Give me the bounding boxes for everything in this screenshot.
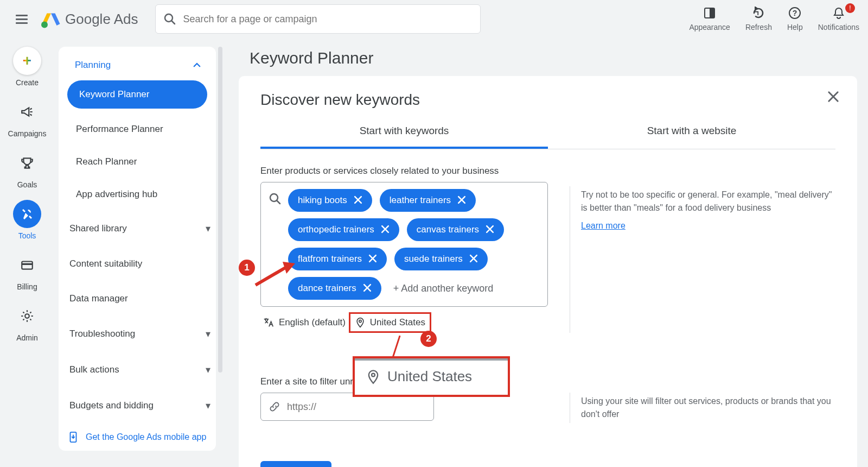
keyword-chip-label: hiking boots <box>298 195 347 206</box>
keyword-chip[interactable]: hiking boots <box>288 189 372 212</box>
keyword-chip[interactable]: dance trainers <box>288 277 381 300</box>
hamburger-menu-button[interactable] <box>9 6 35 32</box>
chevron-down-icon: ▾ <box>206 364 210 376</box>
annotation-popout: United States <box>353 356 510 397</box>
svg-rect-9 <box>22 263 33 265</box>
product-name: Google Ads <box>65 11 138 28</box>
search-icon <box>269 192 282 205</box>
keyword-chip[interactable]: orthopedic trainers <box>288 218 399 241</box>
get-results-button[interactable]: Get results <box>260 461 331 467</box>
side-row-troubleshooting[interactable]: Troubleshooting ▾ <box>59 316 216 352</box>
keyword-chip-label: orthopedic trainers <box>298 224 374 235</box>
notification-alert-badge: ! <box>845 3 855 13</box>
chip-remove-icon[interactable] <box>353 194 365 206</box>
global-search[interactable] <box>155 4 481 34</box>
help-button[interactable]: ? Help <box>787 7 803 31</box>
svg-line-31 <box>256 266 288 285</box>
side-item-performance-planner[interactable]: Performance Planner <box>64 113 210 146</box>
svg-text:?: ? <box>793 9 797 17</box>
chip-remove-icon[interactable] <box>484 224 496 236</box>
svg-point-33 <box>372 373 375 376</box>
chevron-down-icon: ▾ <box>206 223 210 235</box>
chip-remove-icon[interactable] <box>468 253 480 265</box>
refresh-icon <box>752 7 765 20</box>
annotation-badge-2: 2 <box>420 331 437 347</box>
chevron-down-icon: ▾ <box>206 328 210 340</box>
google-ads-logo-icon <box>41 9 61 29</box>
tip-block: Try not to be too specific or general. F… <box>570 186 835 333</box>
location-pin-icon <box>366 369 381 384</box>
keyword-chip[interactable]: canvas trainers <box>407 218 504 241</box>
side-row-shared-library[interactable]: Shared library ▾ <box>59 211 216 247</box>
site-input[interactable] <box>287 401 426 413</box>
side-scrollbar[interactable] <box>218 47 222 373</box>
learn-more-link[interactable]: Learn more <box>581 221 626 231</box>
close-icon <box>826 89 841 104</box>
main-content: Keyword Planner Discover new keywords St… <box>239 43 857 467</box>
rail-tools[interactable]: Tools <box>13 200 41 240</box>
global-search-input[interactable] <box>183 14 473 25</box>
enter-products-instruction: Enter products or services closely relat… <box>260 166 548 176</box>
help-icon: ? <box>788 7 801 20</box>
close-button[interactable] <box>826 89 842 105</box>
appearance-button[interactable]: Appearance <box>689 7 730 31</box>
language-selector[interactable]: English (default) <box>260 313 348 332</box>
side-row-content-suitability[interactable]: Content suitability <box>59 247 216 281</box>
product-logo[interactable]: Google Ads <box>41 9 138 29</box>
side-row-budgets-bidding[interactable]: Budgets and bidding ▾ <box>59 388 216 424</box>
svg-rect-4 <box>710 8 714 18</box>
keyword-chip-label: suede trainers <box>404 254 463 264</box>
notifications-button[interactable]: ! Notifications <box>818 7 859 31</box>
chip-remove-icon[interactable] <box>456 194 468 206</box>
chip-remove-icon[interactable] <box>367 253 379 265</box>
chip-remove-icon[interactable] <box>362 282 374 294</box>
refresh-button[interactable]: Refresh <box>745 7 772 31</box>
side-mobile-app-link[interactable]: Get the Google Ads mobile app <box>59 424 216 451</box>
side-row-data-manager[interactable]: Data manager <box>59 281 216 316</box>
annotation-arrow-icon <box>253 261 296 288</box>
keyword-chip-label: canvas trainers <box>417 224 479 235</box>
keyword-chip-box[interactable]: hiking bootsleather trainersorthopedic t… <box>260 182 548 307</box>
rail-create[interactable]: + Create <box>13 47 41 87</box>
card-icon <box>20 258 34 272</box>
gear-icon <box>20 309 34 323</box>
appearance-icon <box>703 7 716 20</box>
translate-icon <box>263 317 275 329</box>
chevron-up-icon <box>192 60 202 70</box>
side-row-bulk-actions[interactable]: Bulk actions ▾ <box>59 352 216 388</box>
side-section-planning[interactable]: Planning <box>64 52 210 80</box>
refresh-label: Refresh <box>745 23 772 31</box>
add-keyword-button[interactable]: + Add another keyword <box>389 283 494 294</box>
trophy-icon <box>20 156 34 170</box>
site-tip-block: Using your site will filter out services… <box>570 393 835 423</box>
tab-start-with-keywords[interactable]: Start with keywords <box>260 117 548 149</box>
tab-start-with-website[interactable]: Start with a website <box>548 117 835 149</box>
keyword-chip[interactable]: suede trainers <box>394 248 488 270</box>
rail-billing[interactable]: Billing <box>13 251 41 291</box>
rail-admin[interactable]: Admin <box>13 302 41 342</box>
location-pin-icon <box>355 317 366 328</box>
mobile-download-icon <box>67 431 79 443</box>
rail-goals[interactable]: Goals <box>13 149 41 189</box>
side-item-keyword-planner[interactable]: Keyword Planner <box>67 80 207 109</box>
keyword-chip[interactable]: leather trainers <box>380 189 476 212</box>
link-icon <box>269 401 280 413</box>
tools-icon <box>21 207 34 220</box>
bell-icon <box>832 7 845 20</box>
keyword-chip[interactable]: flatfrom trainers <box>288 248 387 270</box>
tabs: Start with keywords Start with a website <box>260 117 835 149</box>
plus-icon: + <box>23 52 31 70</box>
svg-point-30 <box>359 320 361 322</box>
svg-line-15 <box>277 200 280 204</box>
side-item-app-advertising-hub[interactable]: App advertising hub <box>64 178 210 211</box>
side-item-reach-planner[interactable]: Reach Planner <box>64 146 210 178</box>
search-icon <box>163 12 176 26</box>
megaphone-icon <box>20 105 34 119</box>
chip-remove-icon[interactable] <box>380 224 392 236</box>
svg-line-2 <box>171 21 175 24</box>
keyword-card: Discover new keywords Start with keyword… <box>239 76 857 467</box>
location-selector[interactable]: United States <box>349 312 431 333</box>
rail-campaigns[interactable]: Campaigns <box>8 98 47 138</box>
side-panel: Planning Keyword Planner Performance Pla… <box>59 47 216 451</box>
card-title: Discover new keywords <box>260 91 835 109</box>
